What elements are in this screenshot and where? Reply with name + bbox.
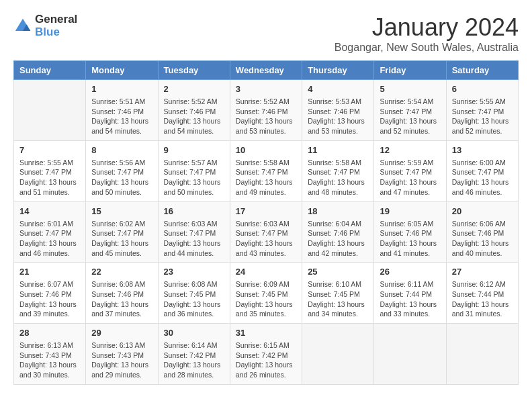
day-number: 30 <box>164 328 224 338</box>
day-number: 19 <box>380 206 440 216</box>
day-of-week-header: Saturday <box>446 61 518 80</box>
day-info: Sunrise: 6:09 AM Sunset: 7:45 PM Dayligh… <box>236 279 296 319</box>
calendar-week-row: 21Sunrise: 6:07 AM Sunset: 7:46 PM Dayli… <box>14 263 519 324</box>
day-info: Sunrise: 6:03 AM Sunset: 7:47 PM Dayligh… <box>236 219 296 259</box>
day-number: 7 <box>19 145 80 155</box>
day-number: 11 <box>308 145 368 155</box>
day-info: Sunrise: 5:52 AM Sunset: 7:46 PM Dayligh… <box>236 97 296 136</box>
day-number: 27 <box>452 267 513 277</box>
day-number: 24 <box>236 267 296 277</box>
day-number: 22 <box>91 267 152 277</box>
calendar-week-row: 28Sunrise: 6:13 AM Sunset: 7:43 PM Dayli… <box>14 324 519 385</box>
calendar-cell: 17Sunrise: 6:03 AM Sunset: 7:47 PM Dayli… <box>230 201 302 263</box>
calendar-cell: 29Sunrise: 6:13 AM Sunset: 7:43 PM Dayli… <box>86 324 158 385</box>
calendar-cell: 13Sunrise: 6:00 AM Sunset: 7:47 PM Dayli… <box>446 140 518 201</box>
calendar-cell: 5Sunrise: 5:54 AM Sunset: 7:47 PM Daylig… <box>374 80 446 141</box>
calendar-cell: 28Sunrise: 6:13 AM Sunset: 7:43 PM Dayli… <box>14 324 86 385</box>
day-number: 21 <box>19 267 80 277</box>
calendar-cell: 30Sunrise: 6:14 AM Sunset: 7:42 PM Dayli… <box>158 324 230 385</box>
calendar-cell: 10Sunrise: 5:58 AM Sunset: 7:47 PM Dayli… <box>230 140 302 201</box>
day-number: 18 <box>308 206 368 216</box>
day-info: Sunrise: 5:53 AM Sunset: 7:46 PM Dayligh… <box>308 97 368 136</box>
calendar-cell: 11Sunrise: 5:58 AM Sunset: 7:47 PM Dayli… <box>302 140 374 201</box>
day-number: 9 <box>164 145 224 155</box>
day-info: Sunrise: 5:55 AM Sunset: 7:47 PM Dayligh… <box>19 158 80 197</box>
day-info: Sunrise: 6:14 AM Sunset: 7:42 PM Dayligh… <box>164 340 224 380</box>
day-info: Sunrise: 6:10 AM Sunset: 7:45 PM Dayligh… <box>308 279 368 319</box>
day-number: 12 <box>380 145 440 155</box>
day-info: Sunrise: 5:58 AM Sunset: 7:47 PM Dayligh… <box>308 158 368 197</box>
calendar-cell: 19Sunrise: 6:05 AM Sunset: 7:46 PM Dayli… <box>374 201 446 263</box>
day-info: Sunrise: 5:57 AM Sunset: 7:47 PM Dayligh… <box>164 158 224 197</box>
day-number: 10 <box>236 145 296 155</box>
logo-icon <box>13 17 32 36</box>
day-info: Sunrise: 6:04 AM Sunset: 7:46 PM Dayligh… <box>308 219 368 259</box>
day-header-row: SundayMondayTuesdayWednesdayThursdayFrid… <box>14 61 519 80</box>
day-info: Sunrise: 6:13 AM Sunset: 7:43 PM Dayligh… <box>19 340 80 380</box>
calendar-cell: 4Sunrise: 5:53 AM Sunset: 7:46 PM Daylig… <box>302 80 374 141</box>
calendar-cell: 6Sunrise: 5:55 AM Sunset: 7:47 PM Daylig… <box>446 80 518 141</box>
calendar-cell: 8Sunrise: 5:56 AM Sunset: 7:47 PM Daylig… <box>86 140 158 201</box>
day-number: 5 <box>380 84 440 94</box>
calendar-cell: 1Sunrise: 5:51 AM Sunset: 7:46 PM Daylig… <box>86 80 158 141</box>
day-info: Sunrise: 6:02 AM Sunset: 7:47 PM Dayligh… <box>91 219 152 259</box>
calendar-week-row: 14Sunrise: 6:01 AM Sunset: 7:47 PM Dayli… <box>14 201 519 263</box>
page-header: General Blue January 2024 Bogangar, New … <box>13 13 519 54</box>
day-info: Sunrise: 5:51 AM Sunset: 7:46 PM Dayligh… <box>91 97 152 136</box>
day-number: 13 <box>452 145 513 155</box>
logo: General Blue <box>13 13 77 38</box>
calendar-cell: 20Sunrise: 6:06 AM Sunset: 7:46 PM Dayli… <box>446 201 518 263</box>
calendar-cell: 12Sunrise: 5:59 AM Sunset: 7:47 PM Dayli… <box>374 140 446 201</box>
location: Bogangar, New South Wales, Australia <box>335 42 519 54</box>
calendar-cell: 27Sunrise: 6:12 AM Sunset: 7:44 PM Dayli… <box>446 263 518 324</box>
calendar-cell: 21Sunrise: 6:07 AM Sunset: 7:46 PM Dayli… <box>14 263 86 324</box>
calendar-cell <box>374 324 446 385</box>
day-info: Sunrise: 5:59 AM Sunset: 7:47 PM Dayligh… <box>380 158 440 197</box>
day-number: 26 <box>380 267 440 277</box>
day-info: Sunrise: 6:00 AM Sunset: 7:47 PM Dayligh… <box>452 158 513 197</box>
logo-blue: Blue <box>35 26 77 39</box>
calendar-cell: 25Sunrise: 6:10 AM Sunset: 7:45 PM Dayli… <box>302 263 374 324</box>
calendar-cell: 23Sunrise: 6:08 AM Sunset: 7:45 PM Dayli… <box>158 263 230 324</box>
calendar-week-row: 1Sunrise: 5:51 AM Sunset: 7:46 PM Daylig… <box>14 80 519 141</box>
calendar-cell: 9Sunrise: 5:57 AM Sunset: 7:47 PM Daylig… <box>158 140 230 201</box>
day-number: 4 <box>308 84 368 94</box>
day-info: Sunrise: 6:08 AM Sunset: 7:46 PM Dayligh… <box>91 279 152 319</box>
day-of-week-header: Wednesday <box>230 61 302 80</box>
day-number: 20 <box>452 206 513 216</box>
day-of-week-header: Sunday <box>14 61 86 80</box>
calendar-cell: 18Sunrise: 6:04 AM Sunset: 7:46 PM Dayli… <box>302 201 374 263</box>
calendar-week-row: 7Sunrise: 5:55 AM Sunset: 7:47 PM Daylig… <box>14 140 519 201</box>
day-number: 1 <box>91 84 152 94</box>
day-info: Sunrise: 5:54 AM Sunset: 7:47 PM Dayligh… <box>380 97 440 136</box>
calendar-cell: 16Sunrise: 6:03 AM Sunset: 7:47 PM Dayli… <box>158 201 230 263</box>
day-of-week-header: Monday <box>86 61 158 80</box>
calendar-cell: 7Sunrise: 5:55 AM Sunset: 7:47 PM Daylig… <box>14 140 86 201</box>
day-of-week-header: Tuesday <box>158 61 230 80</box>
month-title: January 2024 <box>335 13 519 42</box>
day-info: Sunrise: 6:12 AM Sunset: 7:44 PM Dayligh… <box>452 279 513 319</box>
calendar-cell <box>446 324 518 385</box>
day-number: 25 <box>308 267 368 277</box>
day-number: 16 <box>164 206 224 216</box>
calendar-cell: 31Sunrise: 6:15 AM Sunset: 7:42 PM Dayli… <box>230 324 302 385</box>
day-info: Sunrise: 6:05 AM Sunset: 7:46 PM Dayligh… <box>380 219 440 259</box>
calendar-cell: 15Sunrise: 6:02 AM Sunset: 7:47 PM Dayli… <box>86 201 158 263</box>
calendar-table: SundayMondayTuesdayWednesdayThursdayFrid… <box>13 60 519 385</box>
day-number: 8 <box>91 145 152 155</box>
calendar-cell: 22Sunrise: 6:08 AM Sunset: 7:46 PM Dayli… <box>86 263 158 324</box>
day-number: 17 <box>236 206 296 216</box>
day-of-week-header: Friday <box>374 61 446 80</box>
day-number: 15 <box>91 206 152 216</box>
calendar-cell: 26Sunrise: 6:11 AM Sunset: 7:44 PM Dayli… <box>374 263 446 324</box>
day-info: Sunrise: 5:55 AM Sunset: 7:47 PM Dayligh… <box>452 97 513 136</box>
calendar-cell: 2Sunrise: 5:52 AM Sunset: 7:46 PM Daylig… <box>158 80 230 141</box>
day-info: Sunrise: 6:11 AM Sunset: 7:44 PM Dayligh… <box>380 279 440 319</box>
day-number: 28 <box>19 328 80 338</box>
calendar-cell: 14Sunrise: 6:01 AM Sunset: 7:47 PM Dayli… <box>14 201 86 263</box>
title-block: January 2024 Bogangar, New South Wales, … <box>335 13 519 54</box>
day-info: Sunrise: 5:52 AM Sunset: 7:46 PM Dayligh… <box>164 97 224 136</box>
calendar-cell: 3Sunrise: 5:52 AM Sunset: 7:46 PM Daylig… <box>230 80 302 141</box>
calendar-cell <box>14 80 86 141</box>
logo-general: General <box>35 13 77 26</box>
